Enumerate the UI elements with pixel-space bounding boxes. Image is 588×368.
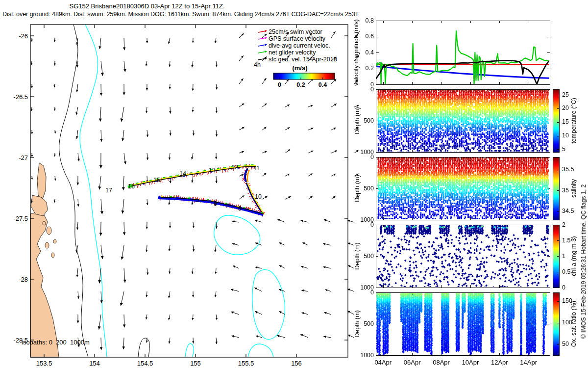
glider-track xyxy=(128,164,265,217)
timeseries-panels xyxy=(372,0,588,368)
depth-axis-label: Depth (m) xyxy=(354,107,361,134)
legend-item-label: 25cm/s swim vector xyxy=(269,28,322,35)
land-polygons xyxy=(30,163,59,357)
velocity-y-tick: 0.6 xyxy=(366,33,374,40)
velocity-y-tick: 0.8 xyxy=(366,17,374,25)
legend-colorbar-tick: 0.4 xyxy=(318,81,327,88)
depth-y-tick: 500 xyxy=(364,117,374,125)
date-tick-label: 12Apr xyxy=(488,359,511,366)
waypoint-label: 6 xyxy=(214,200,217,207)
legend-colorbar-tick: 0 xyxy=(278,81,281,88)
colorbar-tick: 5 xyxy=(562,146,565,153)
velocity-y-tick: 0.4 xyxy=(366,49,374,56)
colorbar-tick: 1.5 xyxy=(562,237,570,244)
waypoint-label: 5 xyxy=(196,197,199,204)
depth-axis-label: Depth (m) xyxy=(354,175,361,202)
colorbar-tick: 2 xyxy=(562,221,565,229)
map-y-tick: -28 xyxy=(19,276,28,283)
depth-axis-label: Depth (m) xyxy=(354,310,361,338)
depth-y-tick: 1000 xyxy=(360,352,374,359)
legend-item-label: dive-avg current veloc. xyxy=(269,42,330,49)
colorbar-axis-label: Ox. sat. ratio (%) xyxy=(570,301,578,347)
velocity-y-tick: 0.2 xyxy=(366,65,374,72)
depth-y-tick: 500 xyxy=(364,320,374,328)
date-tick-label: 04Apr xyxy=(371,359,395,366)
waypoint-label: 15 xyxy=(153,177,160,184)
imos-attribution: © IMOS 15-Feb-2019 05:26:31 Hobart time.… xyxy=(580,184,587,339)
waypoint-label: 14 xyxy=(179,170,186,177)
map-y-tick: -27.5 xyxy=(13,215,28,222)
colorbar-tick: 20 xyxy=(562,105,569,112)
colorbar-tick: 35 xyxy=(562,187,569,194)
isobaths-note: isobaths: 0 200 1000m xyxy=(22,339,90,346)
velocity-y-axis-label: velocity magnitude (m/s) xyxy=(353,19,360,85)
legend-item-label: GPS surface velocity xyxy=(269,35,326,42)
colorbar-axis-label: salinity xyxy=(570,179,578,198)
map-y-tick: -26.5 xyxy=(13,93,28,101)
colorbar-tick: 25 xyxy=(562,91,569,99)
date-tick-label: 14Apr xyxy=(517,359,540,366)
map-x-tick: 155.5 xyxy=(238,360,254,367)
waypoint-label: 10 xyxy=(255,193,262,200)
waypoint-label: 13 xyxy=(209,167,216,174)
legend-item-label: sfc geo. vel. 15-Apr-2018 xyxy=(269,56,337,63)
colorbar-tick: 10 xyxy=(562,132,569,139)
map-legend: 25cm/s swim vectorGPS surface velocitydi… xyxy=(254,28,337,89)
depth-y-tick: 0 xyxy=(370,221,374,229)
map-x-tick: 154.5 xyxy=(137,360,153,367)
map-x-tick: 154 xyxy=(89,360,100,367)
waypoint-label: 16 xyxy=(128,183,135,190)
map-x-tick: 153.5 xyxy=(36,360,52,367)
depth-axis-label: Depth (m) xyxy=(354,242,361,270)
colorbar-tick: 15 xyxy=(562,118,569,126)
map-x-tick: 155 xyxy=(190,360,201,367)
colorbar-tick: 35.5 xyxy=(562,166,574,173)
depth-y-tick: 0 xyxy=(370,154,374,161)
legend-item-label: net glider velocity xyxy=(269,49,316,56)
colorbar-tick: 0 xyxy=(562,284,565,291)
date-tick-label: 08Apr xyxy=(430,359,453,366)
colorbar-tick: 34.5 xyxy=(562,208,574,215)
colorbar-tick: 1 xyxy=(562,253,565,260)
legend-colorbar-title: (m/s) xyxy=(292,64,307,72)
waypoint-label: 17 xyxy=(105,187,112,194)
figure: SG152 Brisbane20180306D 03-Apr 12Z to 15… xyxy=(0,0,588,368)
depth-y-tick: 500 xyxy=(364,185,374,192)
waypoint-label: 8 xyxy=(238,205,242,212)
map-panel: 153.5154154.5155155.5156-26-26.5-27-27.5… xyxy=(0,0,372,368)
depth-y-tick: 500 xyxy=(364,253,374,260)
waypoint-labels: 17161514131211108765 xyxy=(105,164,262,212)
date-tick-label: 06Apr xyxy=(400,359,424,366)
map-x-tick: 156 xyxy=(291,360,302,367)
legend-colorbar-tick: 0.2 xyxy=(296,81,305,88)
colorbar-tick: 0.5 xyxy=(562,268,570,276)
colorbar-axis-label: chl-a (mg m-3) xyxy=(570,236,578,276)
depth-y-tick: 0 xyxy=(370,86,374,93)
date-tick-label: 10Apr xyxy=(459,359,482,366)
map-y-tick: -27 xyxy=(19,154,28,161)
waypoint-label: 12 xyxy=(231,164,238,171)
depth-y-tick: 0 xyxy=(370,289,374,296)
map-y-tick: -26 xyxy=(19,32,28,40)
legend-window-label: 4h xyxy=(254,61,261,68)
waypoint-label: 11 xyxy=(253,165,260,172)
colorbar-tick: 50 xyxy=(562,341,569,348)
waypoint-label: 7 xyxy=(225,203,229,210)
colorbar-axis-label: temperature (°C) xyxy=(570,98,578,143)
